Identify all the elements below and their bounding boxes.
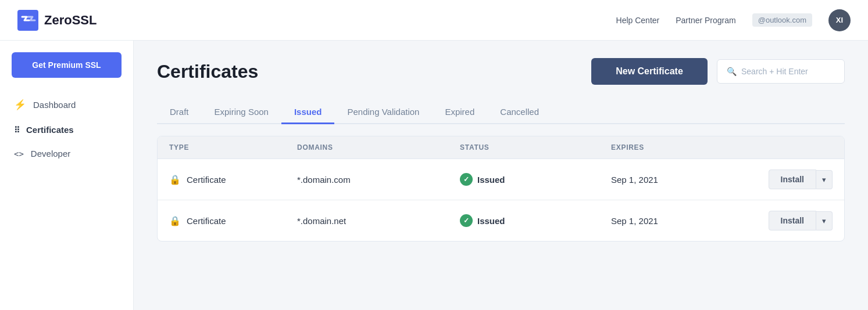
status-badge-2: ✓ Issued (460, 214, 611, 227)
tab-expiring-soon[interactable]: Expiring Soon (202, 101, 281, 124)
cert-type-2: 🔒 Certificate (169, 215, 297, 226)
cert-type-1: 🔒 Certificate (169, 174, 297, 185)
developer-icon: <> (14, 149, 24, 158)
col-status: STATUS (460, 143, 611, 152)
header-actions: New Certificate 🔍 (591, 58, 845, 85)
col-domains: DOMAINS (297, 143, 460, 152)
lock-icon-2: 🔒 (169, 215, 181, 226)
sidebar-item-label-dashboard: Dashboard (33, 100, 76, 110)
dropdown-button-1[interactable]: ▾ (816, 170, 833, 189)
table-row: 🔒 Certificate *.domain.net ✓ Issued Sep … (158, 200, 844, 241)
layout: Get Premium SSL ⚡ Dashboard ⠿ Certificat… (0, 41, 868, 310)
dropdown-button-2[interactable]: ▾ (816, 211, 833, 230)
partner-program-link[interactable]: Partner Program (676, 16, 735, 25)
sidebar-item-label-certificates: Certificates (26, 125, 74, 135)
search-icon: 🔍 (727, 67, 737, 76)
install-button-2[interactable]: Install (769, 211, 816, 230)
status-label-2: Issued (477, 216, 505, 226)
tab-pending-validation[interactable]: Pending Validation (334, 101, 432, 124)
main-content: Certificates New Certificate 🔍 Draft Exp… (134, 41, 868, 310)
cert-type-label-2: Certificate (187, 216, 226, 226)
action-area-1: Install ▾ (740, 170, 833, 189)
logo-area: ZeroSSL (17, 10, 97, 31)
topnav: ZeroSSL Help Center Partner Program @out… (0, 0, 868, 41)
sidebar-item-label-developer: Developer (31, 149, 70, 158)
chevron-down-icon-1: ▾ (822, 175, 826, 184)
sidebar-item-dashboard[interactable]: ⚡ Dashboard (0, 92, 133, 118)
tab-issued[interactable]: Issued (281, 101, 335, 124)
action-area-2: Install ▾ (740, 211, 833, 230)
dashboard-icon: ⚡ (14, 99, 26, 111)
get-premium-button[interactable]: Get Premium SSL (12, 52, 122, 78)
logo-icon (17, 10, 38, 31)
search-input[interactable] (741, 67, 835, 76)
sidebar: Get Premium SSL ⚡ Dashboard ⠿ Certificat… (0, 41, 134, 310)
status-label-1: Issued (477, 175, 505, 185)
lock-icon-1: 🔒 (169, 174, 181, 185)
domain-2: *.domain.net (297, 216, 460, 226)
page-title: Certificates (157, 61, 258, 82)
help-center-link[interactable]: Help Center (616, 16, 660, 25)
cert-type-label-1: Certificate (187, 175, 226, 185)
cert-table: TYPE DOMAINS STATUS EXPIRES 🔒 Certificat… (157, 136, 845, 241)
new-certificate-button[interactable]: New Certificate (591, 58, 708, 85)
nav-right: Help Center Partner Program @outlook.com… (616, 9, 851, 31)
chevron-down-icon-2: ▾ (822, 217, 826, 225)
status-check-icon-2: ✓ (460, 214, 473, 227)
sidebar-item-developer[interactable]: <> Developer (0, 142, 133, 165)
certificates-icon: ⠿ (14, 125, 19, 135)
tab-draft[interactable]: Draft (157, 101, 202, 124)
logo-text: ZeroSSL (44, 13, 97, 28)
page-header: Certificates New Certificate 🔍 (157, 58, 845, 85)
tabs: Draft Expiring Soon Issued Pending Valid… (157, 101, 845, 124)
col-type: TYPE (169, 143, 297, 152)
avatar[interactable]: XI (828, 9, 851, 31)
search-box[interactable]: 🔍 (717, 59, 845, 84)
status-check-icon-1: ✓ (460, 173, 473, 186)
expires-2: Sep 1, 2021 (611, 216, 740, 226)
col-expires: EXPIRES (611, 143, 740, 152)
sidebar-item-certificates[interactable]: ⠿ Certificates (0, 118, 133, 142)
expires-1: Sep 1, 2021 (611, 175, 740, 185)
table-row: 🔒 Certificate *.domain.com ✓ Issued Sep … (158, 159, 844, 200)
user-email: @outlook.com (752, 13, 812, 27)
table-header: TYPE DOMAINS STATUS EXPIRES (158, 136, 844, 159)
tab-expired[interactable]: Expired (432, 101, 487, 124)
domain-1: *.domain.com (297, 175, 460, 185)
tab-cancelled[interactable]: Cancelled (487, 101, 552, 124)
status-badge-1: ✓ Issued (460, 173, 611, 186)
install-button-1[interactable]: Install (769, 170, 816, 189)
col-action (740, 143, 833, 152)
